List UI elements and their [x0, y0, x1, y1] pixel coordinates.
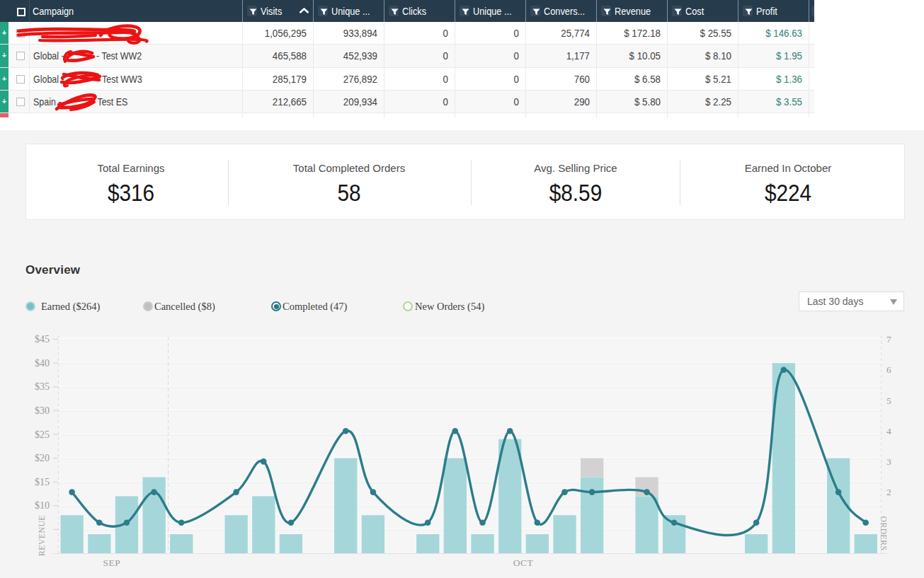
svg-text:$10: $10: [35, 500, 50, 511]
svg-text:$40: $40: [35, 358, 50, 369]
svg-text:$45: $45: [35, 334, 50, 345]
svg-text:ORDERS: ORDERS: [879, 516, 889, 551]
svg-text:REVENUE: REVENUE: [37, 515, 47, 556]
svg-text:$25: $25: [35, 429, 50, 440]
svg-text:$35: $35: [35, 381, 50, 392]
svg-text:2: 2: [886, 487, 891, 497]
svg-text:6: 6: [886, 364, 891, 375]
svg-text:7: 7: [886, 334, 891, 345]
svg-text:$20: $20: [35, 453, 50, 463]
svg-text:$15: $15: [35, 477, 50, 487]
svg-text:SEP: SEP: [103, 557, 121, 568]
svg-text:4: 4: [886, 426, 891, 437]
svg-text:$30: $30: [35, 405, 50, 416]
svg-text:3: 3: [886, 456, 891, 467]
svg-text:5: 5: [886, 395, 891, 406]
svg-text:OCT: OCT: [513, 557, 534, 568]
